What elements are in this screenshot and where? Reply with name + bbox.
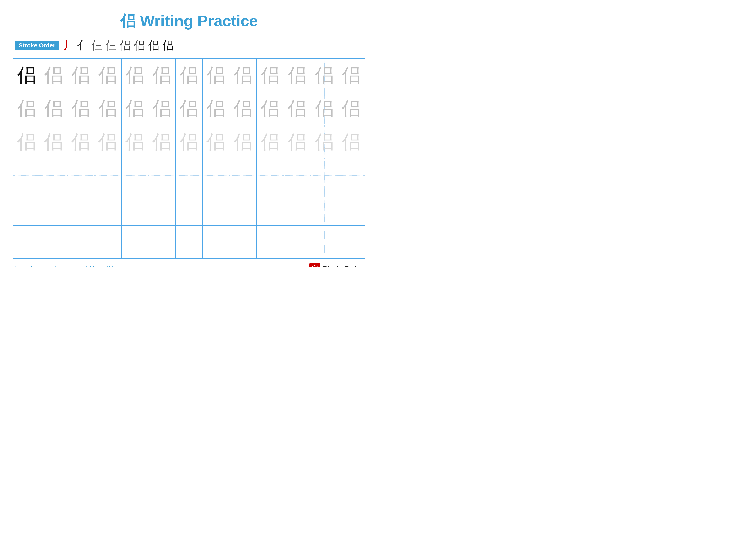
logo-text: StrokeOrder: [323, 265, 363, 267]
grid-cell[interactable]: 侣: [202, 92, 230, 125]
stroke-7: 侣: [148, 38, 159, 53]
grid-cell[interactable]: 侣: [121, 92, 148, 125]
grid-cell[interactable]: 侣: [121, 125, 148, 159]
grid-cell[interactable]: 侣: [311, 125, 338, 159]
grid-cell[interactable]: 侣: [284, 58, 311, 92]
grid-cell[interactable]: [257, 192, 284, 225]
grid-cell[interactable]: 侣: [148, 125, 176, 159]
grid-cell[interactable]: 侣: [311, 92, 338, 125]
grid-cell[interactable]: 侣: [284, 125, 311, 159]
grid-cell[interactable]: [67, 192, 94, 225]
grid-cell[interactable]: 侣: [338, 125, 365, 159]
grid-cell[interactable]: 侣: [257, 92, 284, 125]
grid-cell[interactable]: 侣: [338, 92, 365, 125]
grid-cell[interactable]: 侣: [202, 58, 230, 92]
grid-cell[interactable]: 侣: [230, 92, 257, 125]
grid-cell[interactable]: [230, 225, 257, 259]
grid-cell[interactable]: [176, 159, 202, 192]
grid-cell[interactable]: [40, 159, 68, 192]
grid-cell[interactable]: [13, 192, 40, 225]
grid-cell[interactable]: [257, 225, 284, 259]
practice-table: 侣侣侣侣侣侣侣侣侣侣侣侣侣侣侣侣侣侣侣侣侣侣侣侣侣侣侣侣侣侣侣侣侣侣侣侣侣侣侣: [13, 58, 365, 259]
stroke-order-badge: Stroke Order: [15, 41, 59, 50]
grid-cell[interactable]: [148, 225, 176, 259]
footer: https://www.strokeorder.com/chinese/侣 字 …: [13, 263, 365, 267]
grid-cell[interactable]: 侣: [338, 58, 365, 92]
grid-cell[interactable]: [338, 192, 365, 225]
grid-cell[interactable]: [40, 225, 68, 259]
grid-cell[interactable]: 侣: [257, 125, 284, 159]
grid-cell[interactable]: 侣: [13, 125, 40, 159]
grid-cell[interactable]: [94, 225, 122, 259]
page: 侣 Writing Practice Stroke Order 丿 亻 仨 仨 …: [0, 0, 378, 267]
grid-cell[interactable]: [40, 192, 68, 225]
grid-cell[interactable]: [230, 192, 257, 225]
grid-cell[interactable]: 侣: [94, 92, 122, 125]
grid-cell[interactable]: [94, 192, 122, 225]
grid-cell[interactable]: 侣: [40, 125, 68, 159]
grid-cell[interactable]: [284, 192, 311, 225]
stroke-4: 仨: [105, 38, 117, 53]
grid-cell[interactable]: [94, 159, 122, 192]
grid-cell[interactable]: 侣: [176, 92, 202, 125]
grid-cell[interactable]: 侣: [176, 125, 202, 159]
grid-cell[interactable]: 侣: [148, 58, 176, 92]
grid-cell[interactable]: [121, 192, 148, 225]
grid-cell[interactable]: [121, 159, 148, 192]
grid-cell[interactable]: 侣: [40, 92, 68, 125]
grid-cell[interactable]: [176, 192, 202, 225]
grid-cell[interactable]: 侣: [230, 58, 257, 92]
grid-cell[interactable]: [338, 159, 365, 192]
footer-url: https://www.strokeorder.com/chinese/侣: [15, 265, 114, 267]
grid-cell[interactable]: 侣: [202, 125, 230, 159]
footer-logo: 字 StrokeOrder: [309, 263, 363, 267]
grid-cell[interactable]: 侣: [94, 125, 122, 159]
practice-grid-wrapper: 侣侣侣侣侣侣侣侣侣侣侣侣侣侣侣侣侣侣侣侣侣侣侣侣侣侣侣侣侣侣侣侣侣侣侣侣侣侣侣: [13, 58, 365, 259]
grid-cell[interactable]: 侣: [230, 125, 257, 159]
grid-cell[interactable]: 侣: [94, 58, 122, 92]
stroke-6: 侣: [134, 38, 145, 53]
grid-cell[interactable]: [230, 159, 257, 192]
grid-cell[interactable]: [202, 225, 230, 259]
grid-cell[interactable]: [176, 225, 202, 259]
grid-cell[interactable]: 侣: [67, 58, 94, 92]
grid-cell[interactable]: 侣: [67, 125, 94, 159]
logo-icon: 字: [309, 263, 320, 267]
stroke-sequence: 丿 亻 仨 仨 侣 侣 侣 侣: [63, 38, 174, 53]
grid-cell[interactable]: [67, 159, 94, 192]
grid-cell[interactable]: [284, 159, 311, 192]
grid-cell[interactable]: [311, 225, 338, 259]
grid-cell[interactable]: 侣: [13, 92, 40, 125]
grid-cell[interactable]: 侣: [284, 92, 311, 125]
grid-cell[interactable]: 侣: [67, 92, 94, 125]
grid-cell[interactable]: [148, 159, 176, 192]
grid-cell[interactable]: [311, 192, 338, 225]
stroke-1: 丿: [63, 38, 74, 53]
grid-cell[interactable]: [257, 159, 284, 192]
grid-cell[interactable]: [202, 192, 230, 225]
grid-cell[interactable]: [148, 192, 176, 225]
grid-cell[interactable]: [338, 225, 365, 259]
stroke-8: 侣: [162, 38, 174, 53]
grid-cell[interactable]: 侣: [40, 58, 68, 92]
grid-cell[interactable]: 侣: [311, 58, 338, 92]
grid-cell[interactable]: [13, 225, 40, 259]
grid-cell[interactable]: 侣: [257, 58, 284, 92]
grid-cell[interactable]: 侣: [148, 92, 176, 125]
grid-cell[interactable]: [13, 159, 40, 192]
stroke-order-row: Stroke Order 丿 亻 仨 仨 侣 侣 侣 侣: [13, 38, 365, 53]
grid-cell[interactable]: [121, 225, 148, 259]
stroke-2: 亻: [77, 38, 88, 53]
stroke-3: 仨: [91, 38, 102, 53]
grid-cell[interactable]: [202, 159, 230, 192]
stroke-5: 侣: [120, 38, 131, 53]
grid-cell[interactable]: 侣: [121, 58, 148, 92]
grid-cell[interactable]: [284, 225, 311, 259]
page-title: 侣 Writing Practice: [13, 11, 365, 32]
grid-cell[interactable]: [67, 225, 94, 259]
grid-cell[interactable]: 侣: [13, 58, 40, 92]
grid-cell[interactable]: [311, 159, 338, 192]
grid-cell[interactable]: 侣: [176, 58, 202, 92]
